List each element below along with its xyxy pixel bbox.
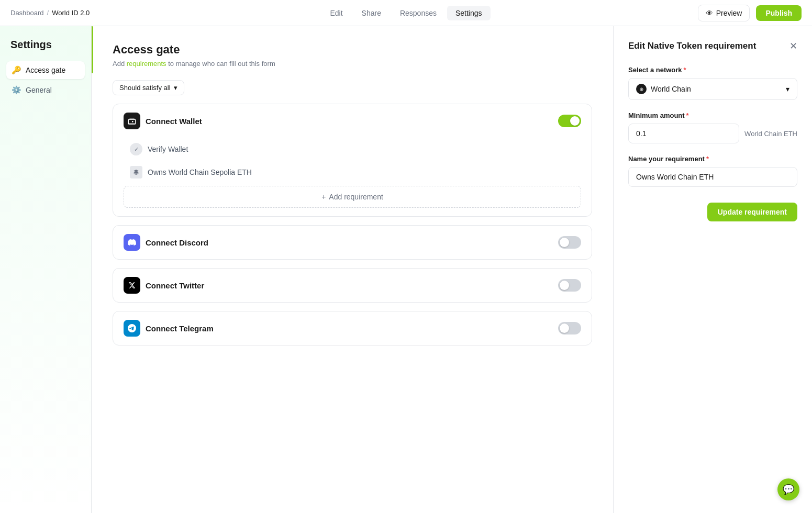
layout: Settings 🔑 Access gate ⚙️ General Access… bbox=[0, 26, 812, 513]
card-header-left-wallet: Connect Wallet bbox=[124, 113, 202, 129]
select-network-label: Select a network* bbox=[628, 66, 797, 74]
card-connect-discord: Connect Discord bbox=[113, 225, 592, 260]
eye-icon: 👁 bbox=[706, 9, 713, 17]
breadcrumb-dashboard[interactable]: Dashboard bbox=[10, 9, 44, 17]
card-header-left-telegram: Connect Telegram bbox=[124, 320, 214, 337]
topnav: Dashboard / World ID 2.0 Edit Share Resp… bbox=[0, 0, 812, 26]
breadcrumb: Dashboard / World ID 2.0 bbox=[10, 9, 90, 17]
right-panel: Edit Native Token requirement ✕ Select a… bbox=[613, 26, 812, 513]
desc-link[interactable]: requirements bbox=[127, 60, 166, 68]
add-req-label: Add requirement bbox=[329, 193, 383, 201]
card-header-left-twitter: Connect Twitter bbox=[124, 277, 204, 294]
card-header-discord: Connect Discord bbox=[113, 226, 592, 259]
sub-req-owns-world-chain-label: Owns World Chain Sepolia ETH bbox=[148, 168, 252, 176]
filter-select[interactable]: Should satisfy all ▾ bbox=[113, 80, 184, 95]
sidebar-item-label-general: General bbox=[26, 86, 52, 94]
tab-share[interactable]: Share bbox=[353, 6, 390, 20]
chevron-down-icon: ▾ bbox=[174, 84, 177, 92]
card-header-twitter: Connect Twitter bbox=[113, 269, 592, 302]
network-field-group: Select a network* ⊕ World Chain ▾ bbox=[628, 66, 797, 100]
sub-req-owns-world-chain[interactable]: Owns World Chain Sepolia ETH bbox=[124, 161, 581, 184]
sidebar-item-access-gate[interactable]: 🔑 Access gate bbox=[6, 61, 85, 79]
required-star-name: * bbox=[706, 155, 709, 163]
tab-edit[interactable]: Edit bbox=[321, 6, 351, 20]
name-req-field-group: Name your requirement* bbox=[628, 155, 797, 187]
world-chain-network-icon: ⊕ bbox=[636, 84, 647, 94]
breadcrumb-separator: / bbox=[47, 9, 49, 17]
close-button[interactable]: ✕ bbox=[789, 41, 797, 51]
page-description: Add requirements to manage who can fill … bbox=[113, 60, 592, 68]
min-amount-suffix: World Chain ETH bbox=[744, 130, 797, 138]
sidebar: Settings 🔑 Access gate ⚙️ General bbox=[0, 26, 92, 513]
wallet-icon bbox=[124, 113, 140, 129]
card-connect-twitter: Connect Twitter bbox=[113, 268, 592, 303]
discord-icon bbox=[124, 234, 140, 251]
main-content: Access gate Add requirements to manage w… bbox=[92, 26, 613, 513]
filter-label: Should satisfy all bbox=[119, 84, 171, 92]
sidebar-title: Settings bbox=[6, 39, 85, 51]
toggle-twitter[interactable] bbox=[558, 279, 581, 292]
gear-icon: ⚙️ bbox=[12, 85, 21, 95]
publish-button[interactable]: Publish bbox=[756, 5, 802, 21]
desc-prefix: Add bbox=[113, 60, 127, 68]
card-title-discord: Connect Discord bbox=[146, 238, 208, 247]
active-indicator bbox=[92, 26, 93, 73]
plus-icon: + bbox=[321, 193, 326, 201]
panel-header: Edit Native Token requirement ✕ bbox=[628, 41, 797, 51]
selected-network-label: World Chain bbox=[651, 85, 691, 93]
sub-req-verify-wallet-label: Verify Wallet bbox=[148, 145, 188, 153]
card-header-left-discord: Connect Discord bbox=[124, 234, 208, 251]
min-amount-row: World Chain ETH bbox=[628, 124, 797, 143]
preview-label: Preview bbox=[716, 9, 742, 17]
toggle-wallet[interactable] bbox=[558, 115, 581, 127]
panel-actions: Update requirement bbox=[628, 198, 797, 221]
desc-suffix: to manage who can fill out this form bbox=[166, 60, 275, 68]
toggle-telegram[interactable] bbox=[558, 322, 581, 334]
add-requirement-button[interactable]: + Add requirement bbox=[124, 186, 581, 208]
twitter-icon bbox=[124, 277, 140, 294]
min-amount-input[interactable] bbox=[628, 124, 739, 143]
network-select[interactable]: ⊕ World Chain ▾ bbox=[628, 78, 797, 100]
sub-requirements-wallet: ✓ Verify Wallet Owns World Chain Sepolia… bbox=[113, 138, 592, 216]
tab-settings[interactable]: Settings bbox=[447, 6, 491, 20]
breadcrumb-current: World ID 2.0 bbox=[52, 9, 90, 17]
chevron-down-icon: ▾ bbox=[786, 85, 789, 93]
required-star-network: * bbox=[684, 66, 686, 74]
filter-row: Should satisfy all ▾ bbox=[113, 80, 592, 95]
sub-req-verify-wallet: ✓ Verify Wallet bbox=[124, 138, 581, 161]
toggle-discord[interactable] bbox=[558, 236, 581, 249]
card-title-wallet: Connect Wallet bbox=[146, 117, 202, 126]
telegram-icon bbox=[124, 320, 140, 337]
sidebar-item-general[interactable]: ⚙️ General bbox=[6, 81, 85, 99]
card-header-telegram: Connect Telegram bbox=[113, 311, 592, 345]
world-chain-req-icon bbox=[130, 166, 142, 179]
chat-icon: 💬 bbox=[783, 484, 794, 495]
topnav-actions: 👁 Preview Publish bbox=[698, 5, 802, 21]
required-star-amount: * bbox=[686, 111, 689, 119]
min-amount-label: Minimum amount* bbox=[628, 111, 797, 119]
page-title: Access gate bbox=[113, 43, 592, 57]
nav-tabs: Edit Share Responses Settings bbox=[321, 6, 490, 20]
update-requirement-button[interactable]: Update requirement bbox=[707, 203, 797, 221]
name-req-label: Name your requirement* bbox=[628, 155, 797, 163]
card-connect-wallet: Connect Wallet ✓ Verify Wallet Owns Worl… bbox=[113, 104, 592, 217]
card-title-twitter: Connect Twitter bbox=[146, 281, 204, 290]
tab-responses[interactable]: Responses bbox=[392, 6, 445, 20]
key-icon: 🔑 bbox=[12, 65, 21, 75]
chat-bubble[interactable]: 💬 bbox=[777, 478, 799, 500]
name-req-input[interactable] bbox=[628, 167, 797, 187]
card-connect-telegram: Connect Telegram bbox=[113, 311, 592, 345]
network-select-inner: ⊕ World Chain bbox=[636, 84, 691, 94]
card-header-wallet: Connect Wallet bbox=[113, 104, 592, 138]
min-amount-field-group: Minimum amount* World Chain ETH bbox=[628, 111, 797, 143]
card-title-telegram: Connect Telegram bbox=[146, 324, 214, 333]
verify-wallet-icon: ✓ bbox=[130, 143, 142, 155]
preview-button[interactable]: 👁 Preview bbox=[698, 5, 750, 21]
sidebar-item-label-access-gate: Access gate bbox=[26, 66, 65, 74]
panel-title: Edit Native Token requirement bbox=[628, 41, 756, 51]
